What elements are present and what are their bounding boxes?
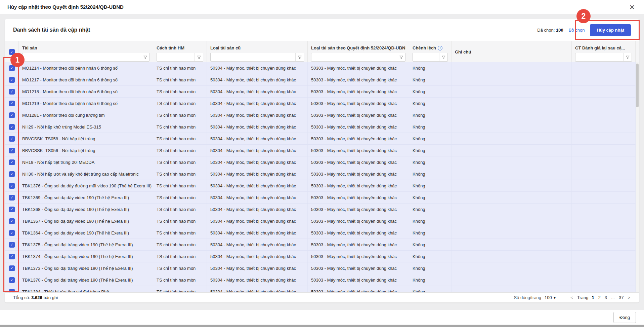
table-body: ✓ MO1214 - Monitor theo dõi bệnh nhân 6 … xyxy=(5,62,639,292)
table-row: ✓ MO1217 - Monitor theo dõi bệnh nhân 6 … xyxy=(5,74,639,86)
cell-loai-tai-san-cu: 50304 - Máy móc, thiết bị chuyên dùng kh… xyxy=(207,286,308,292)
column-ghi-chu: Ghi chú xyxy=(452,41,572,63)
row-checkbox[interactable]: ✓ xyxy=(9,183,15,189)
row-checkbox[interactable]: ✓ xyxy=(9,136,15,142)
cell-loai-tai-san-moi: 50303 - Máy móc, thiết bị chuyên dùng kh… xyxy=(308,286,409,292)
cell-chenh-lech: Không xyxy=(409,274,452,286)
filter-icon[interactable] xyxy=(295,53,304,61)
filter-icon[interactable] xyxy=(141,53,149,61)
page-number[interactable]: 2 xyxy=(598,295,601,300)
cell-tai-san: MO1218 - Monitor theo dõi bệnh nhân 6 th… xyxy=(19,86,153,97)
page-number[interactable]: 1 xyxy=(592,295,594,300)
filter-icon[interactable] xyxy=(439,53,447,61)
row-checkbox-cell: ✓ xyxy=(5,192,19,203)
cell-chenh-lech: Không xyxy=(409,156,452,168)
table-row: ✓ MO1281 - Monitor theo dõi cung lượng t… xyxy=(5,109,639,121)
cell-loai-tai-san-moi: 50303 - Máy móc, thiết bị chuyên dùng kh… xyxy=(308,133,409,144)
filter-input-loai-tai-san-cu[interactable] xyxy=(210,53,304,62)
cell-loai-tai-san-cu: 50304 - Máy móc, thiết bị chuyên dùng kh… xyxy=(207,204,308,215)
row-checkbox[interactable]: ✓ xyxy=(9,89,15,95)
column-ct-danh-gia: CT Đánh giá lại sau cậ... xyxy=(572,41,636,63)
selected-count: 100 xyxy=(556,28,563,33)
row-checkbox[interactable]: ✓ xyxy=(9,124,15,130)
cell-ghi-chu xyxy=(452,121,572,133)
cell-ghi-chu xyxy=(452,215,572,227)
page-list: 123...37 xyxy=(592,295,624,300)
row-checkbox[interactable]: ✓ xyxy=(9,230,15,236)
filter-input-loai-tai-san-moi[interactable] xyxy=(311,53,405,62)
cell-chenh-lech: Không xyxy=(409,145,452,156)
cell-cach-tinh-hm: TS chỉ tính hao mòn xyxy=(153,109,207,121)
cell-chenh-lech: Không xyxy=(409,251,452,262)
cancel-update-button[interactable]: Hủy cập nhật xyxy=(590,24,631,36)
row-checkbox[interactable]: ✓ xyxy=(9,242,15,248)
cell-loai-tai-san-moi: 50303 - Máy móc, thiết bị chuyên dùng kh… xyxy=(308,192,409,203)
column-header-tai-san: Tài sản xyxy=(22,41,149,51)
cell-cach-tinh-hm: TS chỉ tính hao mòn xyxy=(153,274,207,286)
row-checkbox[interactable]: ✓ xyxy=(9,101,15,106)
row-checkbox-cell: ✓ xyxy=(5,62,19,74)
window-bottom-scrollbar[interactable] xyxy=(0,325,644,327)
close-button[interactable]: Đóng xyxy=(613,312,636,323)
cell-ghi-chu xyxy=(452,204,572,215)
row-checkbox[interactable]: ✓ xyxy=(9,218,15,224)
cell-ct-danh-gia xyxy=(572,239,636,250)
row-checkbox[interactable]: ✓ xyxy=(9,254,15,259)
row-checkbox[interactable]: ✓ xyxy=(9,148,15,153)
row-checkbox[interactable]: ✓ xyxy=(9,265,15,271)
cell-cach-tinh-hm: TS chỉ tính hao mòn xyxy=(153,262,207,274)
row-checkbox[interactable]: ✓ xyxy=(9,159,15,165)
cell-cach-tinh-hm: TS chỉ tính hao mòn xyxy=(153,180,207,191)
row-checkbox[interactable]: ✓ xyxy=(9,77,15,83)
filter-icon[interactable] xyxy=(195,53,203,61)
cell-cach-tinh-hm: TS chỉ tính hao mòn xyxy=(153,133,207,144)
page-number[interactable]: 3 xyxy=(605,295,607,300)
row-checkbox[interactable]: ✓ xyxy=(9,112,15,118)
cell-loai-tai-san-cu: 50304 - Máy móc, thiết bị chuyên dùng kh… xyxy=(207,145,308,156)
next-page-arrow[interactable]: > xyxy=(627,295,631,300)
row-checkbox[interactable]: ✓ xyxy=(9,171,15,177)
rows-per-page-select[interactable]: 100 ▾ xyxy=(545,295,556,300)
check-icon: ✓ xyxy=(10,113,13,117)
cell-cach-tinh-hm: TS chỉ tính hao mòn xyxy=(153,168,207,180)
scrollbar-thumb[interactable] xyxy=(636,64,639,107)
cell-loai-tai-san-moi: 50303 - Máy móc, thiết bị chuyên dùng kh… xyxy=(308,180,409,191)
check-icon: ✓ xyxy=(10,172,13,176)
prev-page-arrow[interactable]: < xyxy=(570,295,574,300)
cell-ct-danh-gia xyxy=(572,133,636,144)
row-checkbox-cell: ✓ xyxy=(5,168,19,180)
table-row: ✓ NH19 - Nồi hấp tiệt trùng 20l MEDDA TS… xyxy=(5,156,639,168)
table-row: ✓ TBK1376 - Ống soi dạ dày đường mũi vid… xyxy=(5,180,639,192)
cell-ghi-chu xyxy=(452,286,572,292)
row-checkbox[interactable]: ✓ xyxy=(9,207,15,212)
table-row: ✓ MO1219 - Monitor theo dõi bệnh nhân 6 … xyxy=(5,98,639,109)
cell-loai-tai-san-cu: 50304 - Máy móc, thiết bị chuyên dùng kh… xyxy=(207,192,308,203)
filter-input-tai-san[interactable] xyxy=(22,53,149,62)
deselect-link[interactable]: Bỏ chọn xyxy=(569,28,585,33)
row-checkbox-cell: ✓ xyxy=(5,215,19,227)
cell-cach-tinh-hm: TS chỉ tính hao mòn xyxy=(153,192,207,203)
cell-ct-danh-gia xyxy=(572,286,636,292)
column-tai-san: Tài sản xyxy=(19,41,153,63)
check-icon: ✓ xyxy=(10,195,13,200)
check-icon: ✓ xyxy=(10,125,13,129)
cell-chenh-lech: Không xyxy=(409,168,452,180)
close-icon[interactable]: × xyxy=(628,3,637,11)
select-all-checkbox[interactable]: ✓ xyxy=(9,49,15,55)
cell-loai-tai-san-moi: 50303 - Máy móc, thiết bị chuyên dùng kh… xyxy=(308,98,409,109)
filter-icon[interactable] xyxy=(397,53,405,61)
row-checkbox[interactable]: ✓ xyxy=(9,277,15,283)
row-checkbox[interactable]: ✓ xyxy=(9,65,15,71)
cell-cach-tinh-hm: TS chỉ tính hao mòn xyxy=(153,121,207,133)
table-row: ✓ BBVCSSK_TS058 - Nồi hấp tiệt trùng TS … xyxy=(5,133,639,145)
row-checkbox[interactable]: ✓ xyxy=(9,289,15,293)
table-row: ✓ TBK1373 - Ống soi đại tràng video 190 … xyxy=(5,262,639,274)
row-checkbox[interactable]: ✓ xyxy=(9,195,15,201)
row-checkbox-cell: ✓ xyxy=(5,180,19,191)
page-number[interactable]: 37 xyxy=(619,295,624,300)
filter-icon[interactable] xyxy=(623,53,632,61)
cell-cach-tinh-hm: TS chỉ tính hao mòn xyxy=(153,145,207,156)
vertical-scrollbar[interactable] xyxy=(636,62,639,292)
cell-tai-san: NH19 - Nồi hấp tiệt trùng 20l MEDDA xyxy=(19,156,153,168)
info-icon[interactable]: i xyxy=(438,46,442,50)
